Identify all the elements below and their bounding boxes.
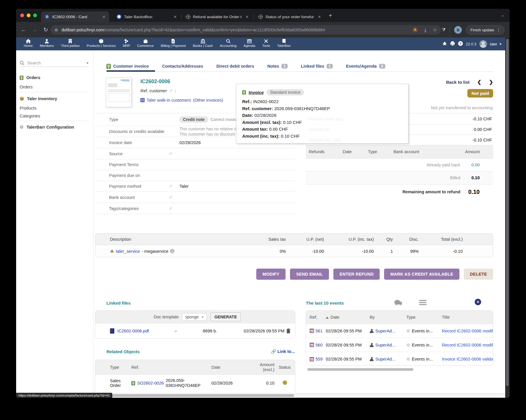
events-count-badge: 3 [379,64,385,69]
sort-asc-icon[interactable] [326,317,329,319]
linked-files-table: Doc template sponge▼ GENERATE IC2602-000… [95,310,295,339]
search-input[interactable] [27,61,86,65]
detail-row-payment-method: Payment method ✎ Taler [95,181,295,192]
billed-row: Billed 0.10 [306,171,493,185]
invoice-ref-title: IC2602-0006 [140,78,170,85]
send-email-button[interactable]: SEND EMAIL [290,269,329,280]
refunds-header-row: Refunds Date Type Bank account Amount [306,145,493,158]
status-badge: Not paid [467,89,493,98]
orders-icon [20,76,23,80]
sidebar-search[interactable]: ▼ [20,59,89,67]
tab-direct-debit-orders[interactable]: Direct debit orders [216,64,254,69]
preview-magnifier-icon[interactable]: ⌕ [167,328,185,334]
product-link[interactable]: taler_service [116,249,140,254]
previous-record-icon[interactable]: ❮ [477,79,481,85]
tab-linked-files[interactable]: Linked files1 [301,64,333,69]
linked-files-heading: Linked files [106,301,131,305]
sidebar-link-categories[interactable]: Categories [20,114,89,118]
file-link[interactable]: IC2602-0006.pdf [117,329,167,333]
messages-icon[interactable] [394,300,402,307]
event-title-link[interactable]: Record IC2602-0006 modified [442,329,493,333]
modify-button[interactable]: MODIFY [256,269,286,280]
edit-pencil-icon[interactable]: ✎ [169,88,173,93]
list-view-icon[interactable] [419,300,427,307]
credit-note-pill: Credit note [179,116,208,123]
event-ref-link[interactable]: 561 [315,329,323,333]
event-row: 561 02/28/26 09:55 PM SuperAd... ⚙Events… [306,324,493,338]
event-ref-link[interactable]: 560 [315,343,323,347]
events-heading: The last 10 events [306,301,344,305]
user-icon [370,357,374,361]
add-event-button[interactable]: + [475,299,481,305]
doc-template-select[interactable]: sponge▼ [182,313,207,321]
tab-notes[interactable]: Notes1 [267,64,288,69]
enter-refund-button[interactable]: ENTER REFUND [333,269,380,280]
invoice-icon [242,90,246,95]
calendar-icon [310,357,314,361]
edit-pencil-icon[interactable]: ✎ [169,184,172,189]
inventory-box-icon [20,97,24,101]
event-user-link[interactable]: SuperAd... [375,357,396,361]
event-user-link[interactable]: SuperAd... [375,343,396,347]
sidebar-section-inventory[interactable]: Taler Inventory [20,96,89,101]
gear-icon: ⚙ [406,343,410,347]
delete-button[interactable]: DELETE [464,269,493,280]
browser-window: D IC2602-0006 - Card ✕ Taler Backoffice:… [16,9,510,398]
event-row: 559 02/28/26 09:55 PM SuperAd... ⚙Events… [306,352,493,366]
other-invoices-link[interactable]: (Other invoices) [193,98,223,103]
trash-icon[interactable] [286,328,291,333]
sidebar-link-orders[interactable]: Orders [20,85,89,89]
info-icon[interactable]: i [170,249,174,253]
detail-row-payment-terms: Payment Terms [95,159,295,170]
tab-events-agenda[interactable]: Events/Agenda3 [346,64,385,69]
sales-order-icon [131,381,135,385]
search-chevron-icon[interactable]: ▼ [86,61,89,65]
detail-row-source: Source ✎ [95,148,295,159]
company-icon [140,98,145,102]
generate-button[interactable]: GENERATE [211,313,241,321]
gear-icon: ⚙ [406,357,410,361]
sales-order-link[interactable]: SO2602-0026 [137,381,164,385]
event-user-link[interactable]: SuperAd... [375,329,396,333]
back-to-list-link[interactable]: Back to list [446,80,469,85]
detail-row-tags: Tags/categories ✎ [95,203,295,214]
left-sidebar: ▼ Orders Orders Taler Inventory Products… [16,50,94,393]
already-paid-row: Already paid back 0.00 [306,158,493,171]
sidebar-section-talerbarr-config[interactable]: ⚙ TalerBarr Configuration [20,124,89,130]
linked-file-row: IC2602-0006.pdf ⌕ 8699 b. 02/28/2026 09:… [95,323,295,338]
next-record-icon[interactable]: ❯ [489,79,493,85]
edit-pencil-icon[interactable]: ✎ [169,195,172,200]
sidebar-link-products[interactable]: Products [20,106,89,110]
related-object-row: Sales Order SO2602-0026 2026.059-0381HNQ… [95,375,295,392]
sidebar-section-orders[interactable]: Orders [20,75,89,80]
user-icon [370,343,374,347]
invoice-preview-thumbnail[interactable] [106,78,132,107]
standard-invoice-pill: Standard invoice [267,89,304,95]
service-icon [110,249,114,252]
invoice-icon [106,64,111,69]
calendar-icon [310,343,314,347]
detail-row-payment-due: Payment due on [95,170,295,181]
event-row: 560 02/28/26 09:55 PM SuperAd... ⚙Events… [306,338,493,352]
events-table: Ref. Date By Type Title 561 02/28/26 09:… [306,310,493,366]
invoice-lines-table: Description Sales tax U.P. (net) U.P. (i… [95,233,493,257]
remaining-refund-row: Remaining amount to refund 0.10 [306,185,493,199]
user-icon [370,329,374,333]
gear-icon: ⚙ [406,329,410,333]
events-horizontal-scrollbar[interactable] [306,368,493,371]
event-title-link[interactable]: Record IC2602-0006 modified [442,343,493,347]
mark-credit-available-button[interactable]: MARK AS CREDIT AVAILABLE [384,269,459,280]
event-title-link[interactable]: Invoice IC2602-0006 validated [442,357,493,361]
ref-customer-label: Ref. customer [140,88,167,93]
thirdparty-link[interactable]: Taler walk-in customers [147,98,191,103]
event-ref-link[interactable]: 559 [315,357,323,361]
link-to-link[interactable]: 🔗 Link to... [271,349,295,354]
related-objects-table: Type Ref. Date Amount (excl.) Status Sal… [95,360,295,392]
edit-pencil-icon[interactable]: ✎ [169,206,172,211]
tab-contacts-addresses[interactable]: Contacts/Addresses [162,64,203,69]
edit-pencil-icon[interactable]: ✎ [169,151,172,156]
tab-customer-invoice[interactable]: Customer invoice [106,64,149,69]
tooltip-invoice-link: Invoice [249,90,264,95]
vertical-scrollbar[interactable] [505,37,510,398]
doc-template-label: Doc template [154,315,179,319]
